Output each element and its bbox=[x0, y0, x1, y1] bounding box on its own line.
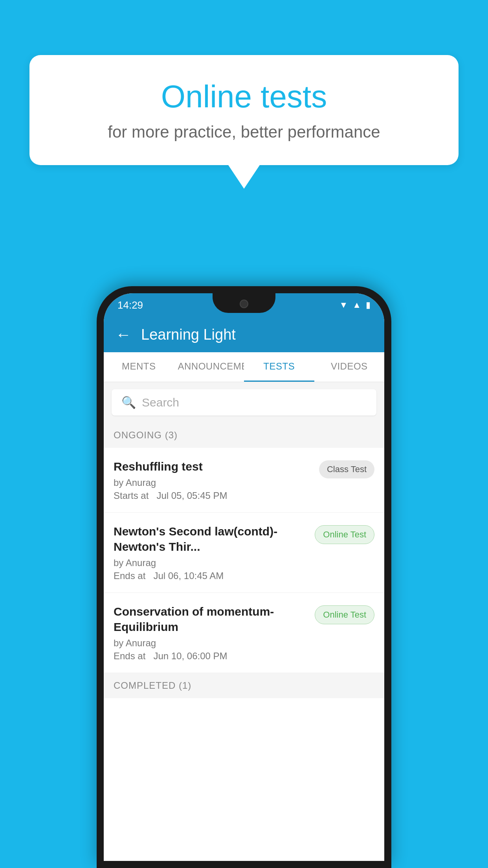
search-icon: 🔍 bbox=[121, 395, 136, 409]
status-icons: ▼ ▲ ▮ bbox=[339, 300, 371, 310]
search-box[interactable]: 🔍 Search bbox=[112, 389, 376, 416]
badge-class-test: Class Test bbox=[319, 460, 374, 478]
completed-section-header: COMPLETED (1) bbox=[104, 673, 384, 698]
test-item[interactable]: Reshuffling test by Anurag Starts at Jul… bbox=[104, 448, 384, 513]
time-label: Ends at bbox=[114, 651, 145, 661]
test-item[interactable]: Conservation of momentum-Equilibrium by … bbox=[104, 593, 384, 673]
app-bar: ← Learning Light bbox=[104, 317, 384, 352]
test-by: by Anurag bbox=[114, 477, 311, 488]
time-label: Ends at bbox=[114, 570, 145, 581]
speech-bubble-subtitle: for more practice, better performance bbox=[57, 123, 431, 142]
search-container: 🔍 Search bbox=[104, 382, 384, 423]
tab-ments[interactable]: MENTS bbox=[104, 352, 174, 382]
test-name: Newton's Second law(contd)-Newton's Thir… bbox=[114, 524, 307, 554]
time-value: Jul 06, 10:45 AM bbox=[153, 570, 224, 581]
test-info: Newton's Second law(contd)-Newton's Thir… bbox=[114, 524, 307, 581]
speech-bubble-tail bbox=[228, 165, 260, 189]
tab-announcements[interactable]: ANNOUNCEMENTS bbox=[174, 352, 244, 382]
time-value: Jul 05, 05:45 PM bbox=[156, 490, 227, 501]
phone-screen: 14:29 ▼ ▲ ▮ ← Learning Light MENTS ANNOU… bbox=[104, 293, 384, 861]
test-info: Conservation of momentum-Equilibrium by … bbox=[114, 604, 307, 662]
badge-online-test-2: Online Test bbox=[315, 605, 374, 624]
wifi-icon: ▼ bbox=[339, 300, 348, 310]
test-info: Reshuffling test by Anurag Starts at Jul… bbox=[114, 459, 311, 501]
test-item[interactable]: Newton's Second law(contd)-Newton's Thir… bbox=[104, 513, 384, 593]
tabs-container: MENTS ANNOUNCEMENTS TESTS VIDEOS bbox=[104, 352, 384, 382]
test-time: Starts at Jul 05, 05:45 PM bbox=[114, 490, 311, 501]
tab-videos[interactable]: VIDEOS bbox=[314, 352, 385, 382]
badge-online-test: Online Test bbox=[315, 525, 374, 544]
test-time: Ends at Jul 06, 10:45 AM bbox=[114, 570, 307, 581]
test-by: by Anurag bbox=[114, 557, 307, 568]
battery-icon: ▮ bbox=[366, 300, 371, 310]
test-by: by Anurag bbox=[114, 638, 307, 649]
signal-icon: ▲ bbox=[352, 300, 361, 310]
phone-notch bbox=[213, 293, 275, 313]
front-camera bbox=[240, 300, 248, 308]
test-list: Reshuffling test by Anurag Starts at Jul… bbox=[104, 448, 384, 673]
test-time: Ends at Jun 10, 06:00 PM bbox=[114, 651, 307, 662]
test-name: Reshuffling test bbox=[114, 459, 311, 474]
tab-tests[interactable]: TESTS bbox=[244, 352, 314, 382]
test-name: Conservation of momentum-Equilibrium bbox=[114, 604, 307, 634]
speech-bubble-title: Online tests bbox=[57, 79, 431, 115]
phone-frame: 14:29 ▼ ▲ ▮ ← Learning Light MENTS ANNOU… bbox=[97, 286, 391, 868]
search-input[interactable]: Search bbox=[142, 396, 179, 409]
speech-bubble: Online tests for more practice, better p… bbox=[29, 55, 459, 165]
status-time: 14:29 bbox=[117, 299, 143, 311]
speech-bubble-container: Online tests for more practice, better p… bbox=[29, 55, 459, 189]
time-label: Starts at bbox=[114, 490, 149, 501]
app-bar-title: Learning Light bbox=[141, 326, 236, 343]
ongoing-section-header: ONGOING (3) bbox=[104, 423, 384, 448]
time-value: Jun 10, 06:00 PM bbox=[153, 651, 227, 661]
back-button[interactable]: ← bbox=[116, 326, 131, 344]
